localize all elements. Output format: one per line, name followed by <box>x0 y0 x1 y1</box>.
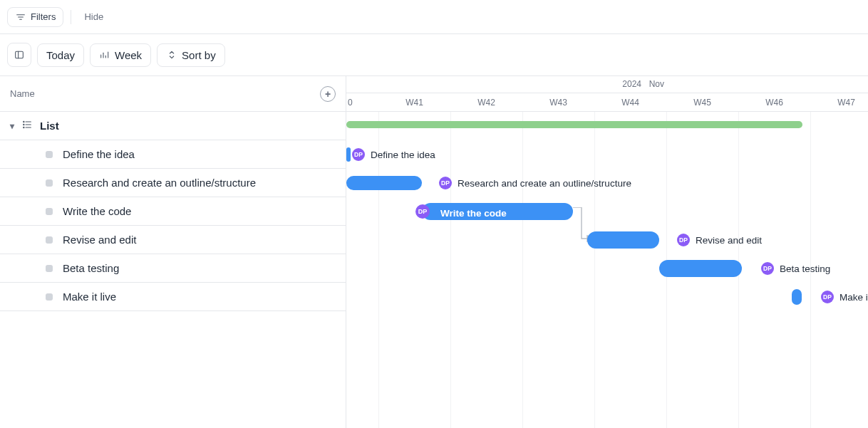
task-bar[interactable] <box>587 231 659 249</box>
timeline-row: DP Revise and edit <box>346 226 868 254</box>
assignee-avatar[interactable]: DP <box>415 204 430 219</box>
status-dot <box>46 293 53 301</box>
task-bar[interactable] <box>346 176 422 190</box>
group-label: List <box>40 120 59 132</box>
filter-icon <box>15 11 26 23</box>
status-dot <box>46 151 53 158</box>
timeline-header-weeks: 0 W41 W42 W43 W44 W45 W46 W47 <box>346 93 868 112</box>
today-label: Today <box>46 49 75 61</box>
list-item[interactable]: Research and create an outline/structure <box>0 169 346 197</box>
today-button[interactable]: Today <box>37 43 84 67</box>
timeline-year: 2024 <box>622 79 641 89</box>
assignee-avatar[interactable]: DP <box>439 177 452 189</box>
timeline-panel[interactable]: 2024 Nov 0 W41 W42 W43 W44 W45 W46 W47 <box>346 76 868 428</box>
task-bar-label: Make it live <box>839 292 868 303</box>
task-bar-label: Revise and edit <box>696 235 762 246</box>
task-label: Define the idea <box>63 148 135 160</box>
week-label: W46 <box>738 93 810 111</box>
week-label: W44 <box>594 93 666 111</box>
list-item[interactable]: Define the idea <box>0 140 346 169</box>
assignee-avatar[interactable]: DP <box>677 234 690 246</box>
column-header-name: Name <box>10 88 35 99</box>
timeline-month: Nov <box>649 79 664 89</box>
sortby-button[interactable]: Sort by <box>157 43 225 67</box>
timescale-icon <box>99 49 110 61</box>
task-label: Research and create an outline/structure <box>63 177 256 189</box>
timeline-row: DP Write the code <box>346 197 868 226</box>
assignee-avatar[interactable]: DP <box>352 148 365 161</box>
week-label: 0 <box>346 93 378 111</box>
chevron-down-icon: ▾ <box>10 121 14 131</box>
task-list-panel: Name + ▾ List Define the idea Research a… <box>0 76 346 428</box>
timescale-button[interactable]: Week <box>90 43 151 67</box>
side-panel-icon <box>14 49 25 61</box>
task-bar[interactable] <box>792 289 802 305</box>
list-icon <box>21 119 33 132</box>
timescale-label: Week <box>115 49 142 61</box>
summary-bar[interactable] <box>346 121 802 128</box>
week-label: W45 <box>666 93 738 111</box>
task-label: Revise and edit <box>63 234 136 246</box>
svg-point-13 <box>24 124 24 125</box>
add-column-button[interactable]: + <box>320 86 336 102</box>
filters-button[interactable]: Filters <box>7 7 63 27</box>
task-bar-label: Define the idea <box>371 150 435 160</box>
timeline-row: DP Beta testing <box>346 254 868 283</box>
list-item[interactable]: Revise and edit <box>0 226 346 254</box>
task-label: Make it live <box>63 291 116 303</box>
status-dot <box>46 179 53 187</box>
list-item[interactable]: Write the code <box>0 197 346 226</box>
svg-point-12 <box>24 121 24 122</box>
filters-label: Filters <box>31 11 56 22</box>
list-item[interactable]: Beta testing <box>0 254 346 283</box>
sortby-label: Sort by <box>182 49 216 61</box>
task-bar-label: Research and create an outline/structure <box>458 178 631 189</box>
task-label: Beta testing <box>63 262 119 274</box>
task-bar-label: Beta testing <box>780 263 830 274</box>
timeline-row: DP Make it live <box>346 283 868 311</box>
status-dot <box>46 265 53 272</box>
task-bar[interactable] <box>346 147 351 162</box>
toggle-side-panel-button[interactable] <box>7 43 31 67</box>
divider <box>71 10 71 24</box>
assignee-avatar[interactable]: DP <box>761 262 774 275</box>
status-dot <box>46 236 53 244</box>
assignee-avatar[interactable]: DP <box>821 291 834 303</box>
list-item[interactable]: Make it live <box>0 283 346 311</box>
task-bar[interactable] <box>659 260 742 277</box>
week-label: W41 <box>378 93 450 111</box>
week-label: W47 <box>810 93 868 111</box>
hide-label: Hide <box>84 11 103 22</box>
svg-point-14 <box>24 127 24 127</box>
svg-rect-3 <box>16 51 24 58</box>
sort-icon <box>166 49 177 61</box>
week-label: W42 <box>450 93 522 111</box>
timeline-row: DP Research and create an outline/struct… <box>346 169 868 197</box>
status-dot <box>46 208 53 215</box>
week-label: W43 <box>522 93 594 111</box>
timeline-row: DP Define the idea <box>346 140 868 169</box>
timeline-row-group <box>346 112 868 140</box>
task-bar-label: Write the code <box>440 208 507 219</box>
group-row[interactable]: ▾ List <box>0 112 346 140</box>
timeline-header-top: 2024 Nov <box>346 76 868 93</box>
task-label: Write the code <box>63 205 131 217</box>
hide-button[interactable]: Hide <box>78 8 109 26</box>
